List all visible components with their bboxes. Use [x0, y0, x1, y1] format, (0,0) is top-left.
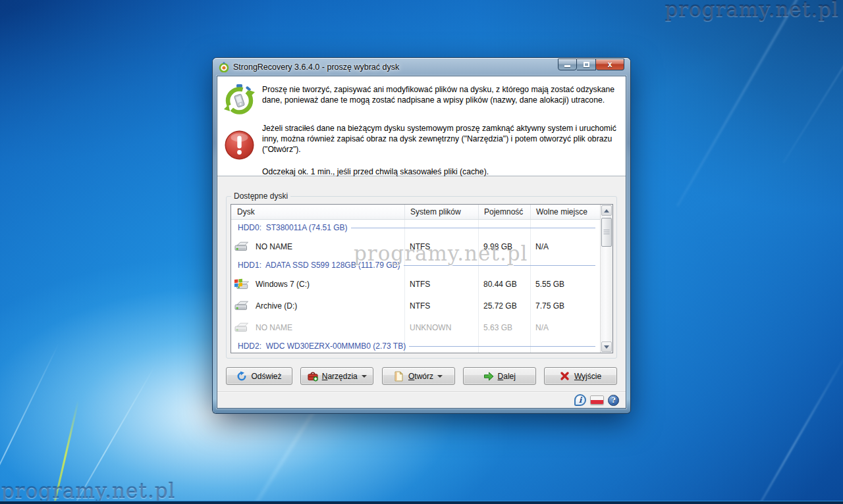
- wallpaper-streak: [676, 0, 810, 207]
- wallpaper-streak: [741, 347, 843, 504]
- window-title: StrongRecovery 3.6.4.0 - proszę wybrać d…: [233, 63, 399, 72]
- disk-group-label: HDD2: WDC WD30EZRX-00MMMB0 (2.73 TB): [238, 341, 409, 351]
- desktop: programy.net.pl programy.net.pl StrongRe…: [0, 0, 843, 504]
- window-titlebar[interactable]: StrongRecovery 3.6.4.0 - proszę wybrać d…: [213, 58, 630, 76]
- volume-capacity: 9.98 GB: [478, 242, 530, 251]
- disk-group-line: [409, 346, 595, 347]
- window-controls: x: [558, 59, 624, 70]
- volume-capacity: 80.44 GB: [478, 280, 530, 289]
- warning-text-2: Jeżeli straciłeś dane na bieżącym dysku …: [262, 123, 618, 177]
- volume-row[interactable]: NO NAMENTFS9.98 GBN/A: [231, 236, 600, 257]
- volume-name: NO NAME: [256, 242, 292, 251]
- dropdown-caret-icon: [362, 375, 367, 378]
- wallpaper-streak: [49, 400, 80, 504]
- available-disks-groupbox: Dostępne dyski Dysk System plików Pojemn…: [226, 196, 617, 359]
- button-label: Odśwież: [251, 372, 281, 381]
- scrollbar-thumb[interactable]: [601, 218, 612, 247]
- flag-red-stripe: [591, 400, 603, 404]
- hdd-icon: [234, 241, 250, 253]
- exit-icon: [560, 371, 570, 382]
- disk-group-line: [351, 228, 595, 228]
- wallpaper-streak: [0, 343, 59, 504]
- button-label: Dalej: [498, 372, 516, 381]
- column-header-pojemnosc[interactable]: Pojemność: [478, 205, 530, 219]
- volume-name: NO NAME: [256, 323, 292, 332]
- volume-row[interactable]: Windows 7 (C:)NTFS80.44 GB5.55 GB: [231, 273, 600, 295]
- disk-group-row[interactable]: HDD2: WDC WD30EZRX-00MMMB0 (2.73 TB): [231, 338, 600, 353]
- disk-group-row[interactable]: HDD0: ST380011A (74.51 GB): [231, 220, 600, 236]
- volume-capacity: 5.63 GB: [478, 323, 530, 332]
- column-header-system-plikow[interactable]: System plików: [404, 205, 478, 219]
- volume-row[interactable]: Archive (D:)NTFS25.72 GB7.75 GB: [231, 295, 600, 316]
- column-header-wolne-miejsce[interactable]: Wolne miejsce: [530, 205, 600, 219]
- close-button[interactable]: x: [596, 59, 624, 70]
- hdd-icon: [234, 322, 250, 334]
- window-client-area: Proszę nie tworzyć, zapisywać ani modyfi…: [217, 76, 626, 409]
- watermark-bottom-left: programy.net.pl: [1, 479, 176, 503]
- dropdown-caret-icon: [437, 375, 443, 378]
- maximize-button[interactable]: [577, 59, 596, 70]
- vertical-scrollbar[interactable]: [600, 205, 612, 353]
- volume-filesystem: NTFS: [404, 280, 478, 289]
- open-button[interactable]: Otwórz: [382, 367, 455, 385]
- app-icon: [219, 62, 229, 72]
- button-label: Wyjście: [574, 372, 601, 381]
- tools-button[interactable]: Narzędzia: [300, 367, 373, 385]
- next-icon: [483, 371, 494, 382]
- exit-button[interactable]: Wyjście: [544, 367, 617, 385]
- disk-group-row[interactable]: HDD1: ADATA SSD S599 128GB (111.79 GB): [231, 257, 600, 273]
- open-icon: [394, 371, 404, 382]
- refresh-button[interactable]: Odśwież: [226, 367, 292, 385]
- volume-name: Archive (D:): [256, 301, 297, 311]
- volume-filesystem: NTFS: [404, 242, 478, 251]
- button-label: Otwórz: [408, 372, 433, 381]
- status-strip: i ?: [217, 391, 626, 408]
- scrollbar-down-button[interactable]: [601, 341, 612, 352]
- disk-table: Dysk System plików Pojemność Wolne miejs…: [231, 204, 613, 353]
- wallpaper-streak: [63, 365, 156, 504]
- strongrecovery-stopwatch-icon: [224, 84, 255, 114]
- volume-free-space: N/A: [530, 242, 600, 251]
- arrow-down-icon: [604, 345, 609, 349]
- scrollbar-up-button[interactable]: [601, 205, 612, 216]
- help-icon[interactable]: ?: [608, 395, 619, 406]
- hdd-icon: [234, 300, 250, 312]
- button-row: OdświeżNarzędziaOtwórzDalejWyjście: [226, 367, 617, 385]
- disk-group-line: [404, 265, 595, 266]
- button-label: Narzędzia: [322, 372, 358, 381]
- next-button[interactable]: Dalej: [463, 367, 536, 385]
- warning-paragraph: Jeżeli straciłeś dane na bieżącym dysku …: [262, 123, 618, 155]
- strongrecovery-window: StrongRecovery 3.6.4.0 - proszę wybrać d…: [213, 58, 630, 413]
- volume-capacity: 25.72 GB: [478, 301, 530, 311]
- info-icon[interactable]: i: [574, 394, 586, 406]
- volume-filesystem: NTFS: [404, 301, 478, 311]
- warning-text-1: Proszę nie tworzyć, zapisywać ani modyfi…: [262, 84, 618, 105]
- close-icon: x: [608, 61, 612, 68]
- arrow-up-icon: [604, 209, 609, 213]
- disk-group-label: HDD0: ST380011A (74.51 GB): [238, 223, 351, 232]
- groupbox-label: Dostępne dyski: [231, 191, 290, 201]
- dialog-lower-area: Dostępne dyski Dysk System plików Pojemn…: [217, 176, 626, 391]
- warning-exclamation-icon: [224, 130, 255, 161]
- column-header-dysk[interactable]: Dysk: [231, 205, 404, 219]
- minimize-icon: [564, 65, 570, 67]
- volume-free-space: N/A: [530, 323, 600, 332]
- volume-free-space: 7.75 GB: [530, 301, 600, 311]
- windows-icon: [234, 278, 250, 290]
- maximize-icon: [584, 62, 589, 67]
- tools-icon: [308, 371, 318, 382]
- volume-filesystem: UNKNOWN: [404, 323, 478, 332]
- disk-table-header: Dysk System plików Pojemność Wolne miejs…: [231, 205, 600, 220]
- minimize-button[interactable]: [558, 59, 577, 70]
- warning-panel: Proszę nie tworzyć, zapisywać ani modyfi…: [217, 76, 626, 176]
- volume-name: Windows 7 (C:): [256, 280, 310, 289]
- watermark-top-right: programy.net.pl: [665, 0, 840, 21]
- volume-free-space: 5.55 GB: [530, 280, 600, 289]
- disk-group-label: HDD1: ADATA SSD S599 128GB (111.79 GB): [238, 261, 404, 270]
- disk-table-body: HDD0: ST380011A (74.51 GB)NO NAMENTFS9.9…: [231, 220, 600, 353]
- warning-paragraph: Odczekaj ok. 1 min., jeśli przed chwilą …: [262, 166, 618, 177]
- wallpaper-streak: [783, 0, 843, 163]
- refresh-icon: [236, 371, 247, 382]
- volume-row[interactable]: NO NAMEUNKNOWN5.63 GBN/A: [231, 316, 600, 338]
- poland-flag-icon[interactable]: [590, 395, 604, 405]
